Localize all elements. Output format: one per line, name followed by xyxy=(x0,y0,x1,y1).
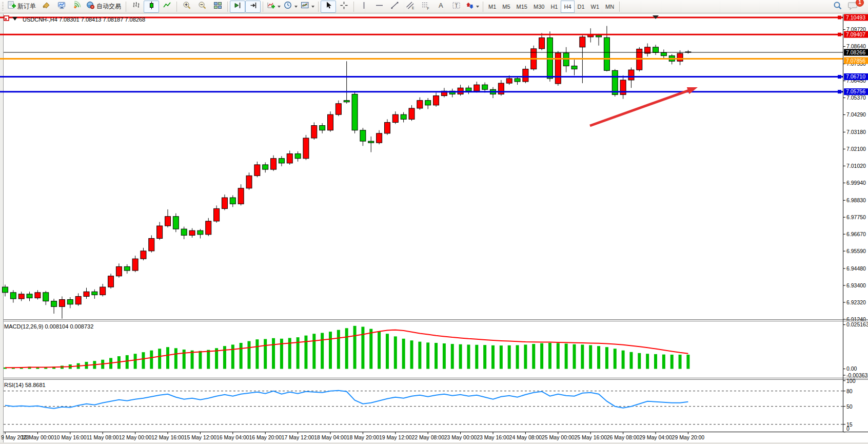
indicators-dropdown[interactable] xyxy=(278,6,281,8)
bull-candle xyxy=(238,188,244,204)
time-tick-label: 10 May 00:00 xyxy=(22,434,54,440)
price-line-badge-label: 7.06710 xyxy=(846,73,865,80)
bull-candle xyxy=(75,296,81,304)
bull-candle xyxy=(165,217,171,226)
bear-candle xyxy=(67,300,73,304)
new-order-icon xyxy=(7,1,16,12)
bear-candle xyxy=(92,292,97,295)
line-endpoint-handle[interactable] xyxy=(838,16,841,20)
rsi-tick-label: 80 xyxy=(846,388,853,394)
bull-candle xyxy=(254,165,260,176)
zoom-out-button[interactable] xyxy=(194,1,210,13)
candlestick-chart-button[interactable] xyxy=(144,1,159,13)
line-chart-button[interactable] xyxy=(159,1,174,13)
arrows-button[interactable] xyxy=(464,1,481,13)
periods-dropdown[interactable] xyxy=(294,6,298,8)
chart-shift-button[interactable] xyxy=(245,1,261,13)
indicators-button[interactable] xyxy=(265,1,282,13)
auto-trading-button[interactable]: 自动交易 xyxy=(85,1,124,13)
cursor-button[interactable] xyxy=(321,1,336,13)
time-tick-label: 23 May 00:00 xyxy=(444,434,477,440)
fibonacci-button[interactable]: F xyxy=(418,1,433,13)
search-button[interactable] xyxy=(830,1,845,13)
bar-chart-button[interactable] xyxy=(128,1,144,13)
bull-candle xyxy=(628,70,634,80)
text-button[interactable]: A xyxy=(433,1,448,13)
templates-dropdown[interactable] xyxy=(311,6,314,8)
tile-windows-icon xyxy=(213,1,222,12)
macd-histogram-bar xyxy=(207,350,210,369)
line-endpoint-handle[interactable] xyxy=(838,75,841,79)
macd-histogram-bar xyxy=(491,345,495,369)
vertical-line-button[interactable] xyxy=(356,1,371,13)
time-tick-label: 11 May 08:00 xyxy=(87,434,119,440)
macd-histogram-bar xyxy=(467,344,470,369)
macd-histogram-bar xyxy=(540,343,543,369)
timeframe-h4[interactable]: H4 xyxy=(561,1,574,13)
svg-text:A: A xyxy=(439,2,443,9)
arrows-dropdown[interactable] xyxy=(476,6,479,8)
macd-histogram-bar xyxy=(166,347,169,369)
paint-bucket-icon xyxy=(42,1,51,12)
line-endpoint-handle[interactable] xyxy=(838,33,841,36)
price-tick-label: 6.92320 xyxy=(846,299,866,305)
quick-trade-icon xyxy=(5,18,7,20)
price-tick-label: 7.03180 xyxy=(846,129,866,135)
periods-button[interactable] xyxy=(282,1,299,13)
timeframe-m1[interactable]: M1 xyxy=(485,1,499,13)
macd-histogram-bar xyxy=(459,344,462,369)
macd-histogram-bar xyxy=(614,349,617,369)
zoom-out-icon xyxy=(198,1,207,12)
bear-candle xyxy=(653,47,659,53)
bull-candle xyxy=(206,221,211,235)
macd-histogram-bar xyxy=(483,345,486,369)
price-tick-label: 6.96670 xyxy=(846,231,866,237)
price-tick-label: 6.95590 xyxy=(846,248,866,254)
bear-candle xyxy=(3,287,8,293)
timeframe-w1[interactable]: W1 xyxy=(588,1,603,13)
macd-histogram-bar xyxy=(654,354,657,369)
macd-histogram-bar xyxy=(231,344,234,369)
macd-histogram-bar xyxy=(134,354,137,369)
styles-button[interactable] xyxy=(38,1,54,13)
templates-button[interactable] xyxy=(299,1,316,13)
timeframe-m5[interactable]: M5 xyxy=(499,1,513,13)
text-label-button[interactable]: T xyxy=(448,1,464,13)
macd-histogram-bar xyxy=(272,338,275,369)
line-endpoint-handle[interactable] xyxy=(838,90,841,93)
new-order-button[interactable]: 新订单 xyxy=(6,1,38,13)
auto-scroll-icon xyxy=(233,1,242,12)
toolbar-grip[interactable] xyxy=(2,2,4,11)
price-chart[interactable]: 7.097207.086407.075307.064507.053707.042… xyxy=(0,0,868,444)
bear-candle xyxy=(571,66,577,69)
tile-windows-button[interactable] xyxy=(210,1,225,13)
notification-badge[interactable]: 1 xyxy=(856,0,864,7)
trendline-button[interactable] xyxy=(387,1,402,13)
timeframe-m15[interactable]: M15 xyxy=(514,1,530,13)
toolbar-separator xyxy=(263,2,263,12)
signals-button[interactable] xyxy=(69,1,85,13)
macd-histogram-bar xyxy=(312,334,315,369)
timeframe-h1[interactable]: H1 xyxy=(547,1,561,13)
equidistant-channel-button[interactable]: E xyxy=(402,1,418,13)
macd-histogram-bar xyxy=(548,343,551,369)
timeframe-m30[interactable]: M30 xyxy=(530,1,547,13)
timeframe-mn[interactable]: MN xyxy=(602,1,617,13)
crosshair-button[interactable] xyxy=(336,1,351,13)
timeframe-d1[interactable]: D1 xyxy=(575,1,588,13)
horizontal-line-button[interactable] xyxy=(371,1,387,13)
price-tick-label: 7.04290 xyxy=(846,111,866,118)
toolbar-separator xyxy=(619,2,620,12)
bull-candle xyxy=(328,114,333,130)
time-tick-label: 25 May 16:00 xyxy=(574,434,607,440)
cursor-arrow-icon xyxy=(324,1,333,12)
auto-trading-icon xyxy=(86,1,95,12)
macd-histogram-bar xyxy=(158,349,161,369)
notifications-button[interactable]: 1 xyxy=(845,1,861,13)
zoom-in-button[interactable] xyxy=(179,1,194,13)
market-watch-button[interactable] xyxy=(54,1,69,13)
macd-histogram-bar xyxy=(240,343,243,369)
bear-candle xyxy=(596,35,602,37)
bull-candle xyxy=(417,101,423,108)
auto-scroll-button[interactable] xyxy=(230,1,245,13)
